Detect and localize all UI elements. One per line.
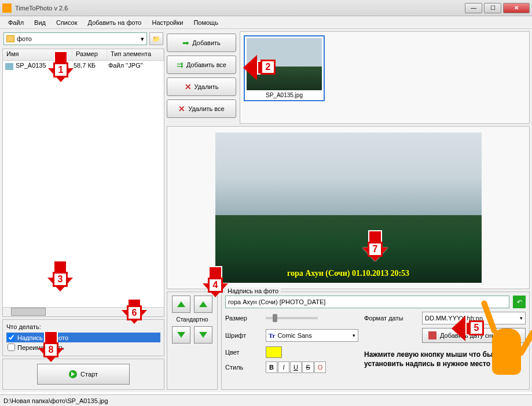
menu-file[interactable]: Файл bbox=[3, 18, 28, 27]
status-path: D:\Новая папка\фото\SP_A0135.jpg bbox=[3, 397, 108, 404]
caption-group-label: Надпись на фото bbox=[225, 287, 281, 294]
undo-icon: ↶ bbox=[517, 298, 522, 306]
col-type[interactable]: Тип элемента bbox=[107, 49, 164, 60]
style-label: Стиль bbox=[225, 364, 260, 371]
maximize-button[interactable]: ☐ bbox=[484, 3, 501, 13]
size-label: Размер bbox=[225, 315, 260, 322]
folder-up-button[interactable]: 📁 bbox=[149, 32, 163, 45]
chevron-down-icon: ▾ bbox=[141, 35, 144, 43]
color-label: Цвет bbox=[225, 349, 260, 356]
font-label: Шрифт bbox=[225, 332, 260, 339]
add-all-icon: ⇉ bbox=[177, 60, 184, 69]
thumbnail[interactable]: SP_A0135.jpg bbox=[244, 35, 325, 101]
todo-label: Что делать: bbox=[6, 323, 160, 330]
menu-list[interactable]: Список bbox=[52, 18, 82, 27]
delete-button[interactable]: ✕ Удалить bbox=[167, 77, 236, 96]
move-up-left-button[interactable] bbox=[172, 296, 190, 313]
dateformat-label: Формат даты bbox=[364, 315, 416, 322]
caption-input[interactable] bbox=[225, 296, 509, 308]
menu-add[interactable]: Добавить на фото bbox=[83, 18, 146, 27]
file-name: SP_A0135 bbox=[16, 62, 74, 71]
file-row[interactable]: SP_A0135 58,7 КБ Файл ''JPG'' bbox=[3, 61, 164, 72]
file-size: 58,7 КБ bbox=[74, 62, 108, 71]
image-file-icon bbox=[5, 63, 13, 70]
delete-icon: ✕ bbox=[185, 82, 192, 91]
font-icon: Tr bbox=[269, 332, 275, 339]
window-title: TimeToPhoto v 2.6 bbox=[15, 5, 465, 12]
menu-settings[interactable]: Настройки bbox=[147, 18, 188, 27]
option-caption[interactable]: Надпись на фото bbox=[6, 333, 160, 342]
thumbnail-caption: SP_A0135.jpg bbox=[247, 90, 322, 98]
menubar: Файл Вид Список Добавить на фото Настрой… bbox=[0, 16, 532, 29]
titlebar: TimeToPhoto v 2.6 — ☐ ✕ bbox=[0, 0, 532, 16]
font-combo[interactable]: Tr Comic Sans ▾ bbox=[266, 329, 358, 342]
outline-button[interactable]: O bbox=[314, 361, 326, 373]
calendar-icon bbox=[428, 331, 436, 339]
strike-button[interactable]: S bbox=[302, 361, 314, 373]
caption-group: Надпись на фото ↶ Размер Формат даты DD.… bbox=[221, 291, 530, 390]
add-button[interactable]: ➡ Добавить bbox=[167, 34, 236, 52]
thumbnail-image bbox=[247, 38, 322, 90]
chevron-down-icon: ▾ bbox=[520, 315, 523, 321]
arrow-right-icon: ➡ bbox=[182, 38, 189, 47]
date-stamp: гора Ахун (Сочи) 01.10.2013 20:53 bbox=[215, 269, 482, 278]
chevron-down-icon: ▾ bbox=[353, 333, 355, 338]
revert-button[interactable]: ↶ bbox=[513, 296, 526, 308]
delete-all-icon: ✕ bbox=[178, 104, 185, 113]
standard-label: Стандартно bbox=[176, 316, 208, 323]
move-down-left-button[interactable] bbox=[172, 326, 190, 344]
file-list[interactable]: Имя Размер Тип элемента SP_A0135 58,7 КБ… bbox=[2, 49, 164, 317]
move-up-right-button[interactable] bbox=[194, 296, 212, 313]
folder-combo[interactable]: фото ▾ bbox=[3, 32, 147, 45]
color-button[interactable] bbox=[266, 346, 282, 358]
start-group: Старт bbox=[2, 359, 164, 390]
italic-button[interactable]: I bbox=[278, 361, 289, 373]
option-rename[interactable]: Переименовать bbox=[6, 342, 160, 352]
add-date-button[interactable]: Добавить дату снимка bbox=[422, 328, 526, 343]
instruction-text: Нажмите левую кнопку мыши что бы установ… bbox=[364, 350, 526, 368]
start-button[interactable]: Старт bbox=[37, 364, 130, 385]
close-button[interactable]: ✕ bbox=[503, 3, 530, 13]
dateformat-combo[interactable]: DD.MM.YYYY hh:nn ▾ bbox=[422, 312, 526, 324]
col-name[interactable]: Имя bbox=[3, 49, 72, 60]
folder-up-icon: 📁 bbox=[152, 35, 160, 43]
delete-all-button[interactable]: ✕ Удалить все bbox=[167, 99, 236, 118]
todo-group: Что делать: Надпись на фото Переименоват… bbox=[2, 319, 164, 356]
file-type: Файл ''JPG'' bbox=[108, 62, 164, 71]
move-down-right-button[interactable] bbox=[194, 326, 212, 344]
statusbar: D:\Новая папка\фото\SP_A0135.jpg bbox=[0, 394, 532, 406]
thumbnail-panel: SP_A0135.jpg bbox=[240, 31, 530, 124]
bold-button[interactable]: B bbox=[266, 361, 277, 373]
play-icon bbox=[69, 370, 77, 378]
folder-name: фото bbox=[17, 35, 32, 42]
preview-panel[interactable]: гора Ахун (Сочи) 01.10.2013 20:53 bbox=[167, 126, 530, 289]
add-all-button[interactable]: ⇉ Добавить все bbox=[167, 56, 236, 74]
menu-view[interactable]: Вид bbox=[30, 18, 50, 27]
preview-image[interactable]: гора Ахун (Сочи) 01.10.2013 20:53 bbox=[215, 132, 482, 283]
folder-icon bbox=[6, 35, 14, 42]
minimize-button[interactable]: — bbox=[465, 3, 482, 13]
underline-button[interactable]: U bbox=[290, 361, 302, 373]
position-controls: Стандартно bbox=[167, 291, 218, 390]
menu-help[interactable]: Помощь bbox=[189, 18, 223, 27]
app-icon bbox=[2, 3, 12, 13]
rename-checkbox[interactable] bbox=[8, 344, 15, 351]
size-slider[interactable] bbox=[266, 317, 318, 319]
horizontal-scrollbar[interactable] bbox=[3, 307, 164, 316]
col-size[interactable]: Размер bbox=[72, 49, 107, 60]
caption-checkbox[interactable] bbox=[8, 334, 15, 341]
